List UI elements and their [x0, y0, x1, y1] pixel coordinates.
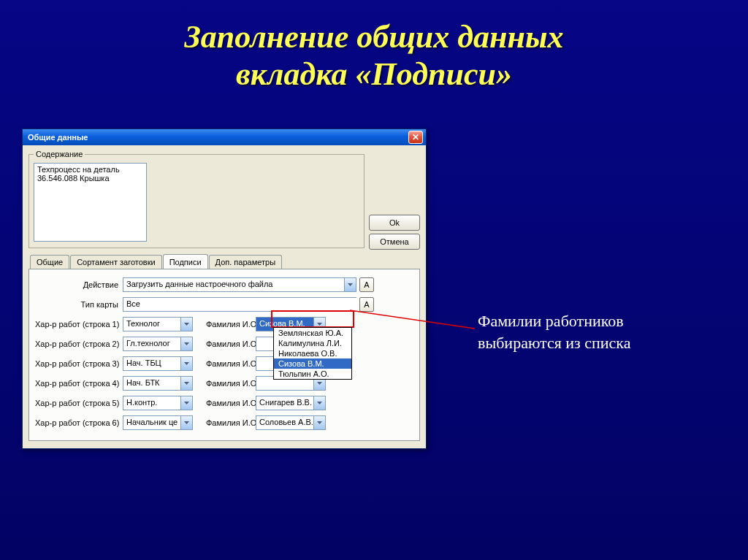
tab-common[interactable]: Общие — [30, 255, 69, 269]
cardtype-label: Тип карты — [35, 300, 123, 309]
chevron-down-icon[interactable] — [313, 396, 325, 410]
slide-title: Заполнение общих данных вкладка «Подписи… — [0, 19, 748, 93]
role-label: Хар-р работ (строка 2) — [35, 340, 123, 348]
dropdown-option[interactable]: Тюльпин А.О. — [274, 369, 351, 379]
surname-label: Фамилия И.О. — [193, 320, 256, 329]
cancel-button[interactable]: Отмена — [369, 234, 420, 250]
cardtype-value: Все — [123, 298, 356, 311]
role-label: Хар-р работ (строка 6) — [35, 418, 123, 427]
dropdown-option[interactable]: Сизова В.М. — [274, 358, 351, 369]
role-label: Хар-р работ (строка 3) — [35, 359, 123, 368]
signature-row: Хар-р работ (строка 4)Нач. БТКФамилия И.… — [35, 375, 413, 391]
role-combo[interactable]: Начальник це — [123, 415, 193, 430]
tabstrip: Общие Сортамент заготовки Подписи Доп. п… — [28, 254, 420, 269]
surname-value: Соловьев А.В. — [256, 416, 313, 429]
role-value: Начальник це — [123, 416, 180, 429]
action-combo[interactable]: Загрузить данные настроечного файла — [123, 277, 356, 292]
role-value: Нач. БТК — [123, 377, 180, 390]
signature-row: Хар-р работ (строка 6)Начальник цеФамили… — [35, 415, 413, 431]
slide-title-line1: Заполнение общих данных — [184, 19, 563, 55]
ok-button[interactable]: Ok — [369, 215, 420, 231]
role-value: Гл.технолог — [123, 337, 180, 350]
dropdown-option[interactable]: Николаева О.В. — [274, 348, 351, 358]
signature-row: Хар-р работ (строка 1)ТехнологФамилия И.… — [35, 316, 413, 332]
role-value: Н.контр. — [123, 396, 180, 410]
role-value: Технолог — [123, 318, 180, 331]
chevron-down-icon[interactable] — [313, 416, 325, 429]
chevron-down-icon[interactable] — [180, 416, 192, 429]
chevron-down-icon[interactable] — [344, 278, 356, 291]
window-title: Общие данные — [26, 133, 408, 142]
surname-combo[interactable]: Соловьев А.В. — [256, 415, 326, 430]
tab-signatures[interactable]: Подписи — [163, 254, 208, 269]
tab-panel-signatures: Действие Загрузить данные настроечного ф… — [28, 269, 420, 441]
signature-row: Хар-р работ (строка 5)Н.контр.Фамилия И.… — [35, 395, 413, 411]
signature-row: Хар-р работ (строка 3)Нач. ТБЦФамилия И.… — [35, 356, 413, 372]
cardtype-a-button[interactable]: А — [359, 297, 374, 312]
action-label: Действие — [35, 280, 123, 289]
role-combo[interactable]: Н.контр. — [123, 396, 193, 410]
surname-label: Фамилия И.О. — [193, 399, 256, 407]
contents-groupbox: Содержание — [28, 150, 365, 248]
role-combo[interactable]: Технолог — [123, 317, 193, 331]
slide-title-line2: вкладка «Подписи» — [236, 56, 512, 92]
surname-value: Снигарев В.В. — [256, 396, 313, 410]
chevron-down-icon[interactable] — [180, 357, 192, 370]
signature-row: Хар-р работ (строка 2)Гл.технологФамилия… — [35, 336, 413, 352]
cardtype-combo[interactable]: Все — [123, 297, 356, 312]
chevron-down-icon[interactable] — [180, 318, 192, 331]
role-combo[interactable]: Нач. ТБЦ — [123, 356, 193, 371]
callout-text: Фамилии работников выбираются из списка — [478, 310, 630, 353]
dropdown-option[interactable]: Землянская Ю.А. — [274, 328, 351, 338]
general-data-dialog: Общие данные ✕ Содержание Ok Отмена Общи… — [22, 129, 427, 449]
role-label: Хар-р работ (строка 5) — [35, 399, 123, 407]
titlebar[interactable]: Общие данные ✕ — [23, 129, 426, 145]
tab-blank-assortment[interactable]: Сортамент заготовки — [70, 255, 161, 269]
surname-label: Фамилия И.О. — [193, 359, 256, 368]
tab-extra-params[interactable]: Доп. параметры — [209, 255, 282, 269]
contents-legend: Содержание — [34, 150, 85, 158]
action-a-button[interactable]: А — [359, 277, 374, 292]
close-button[interactable]: ✕ — [408, 131, 423, 144]
surname-label: Фамилия И.О. — [193, 418, 256, 427]
callout-line1: Фамилии работников — [478, 312, 624, 330]
surname-combo[interactable]: Снигарев В.В. — [256, 396, 326, 410]
callout-line2: выбираются из списка — [478, 334, 630, 352]
surname-label: Фамилия И.О. — [193, 340, 256, 348]
role-value: Нач. ТБЦ — [123, 357, 180, 370]
chevron-down-icon[interactable] — [180, 396, 192, 410]
close-icon: ✕ — [412, 132, 419, 142]
role-combo[interactable]: Нач. БТК — [123, 376, 193, 391]
contents-textarea[interactable] — [34, 163, 147, 242]
action-value: Загрузить данные настроечного файла — [123, 278, 344, 291]
surname-label: Фамилия И.О. — [193, 379, 256, 388]
surname-dropdown-list[interactable]: Землянская Ю.А.Калимулина Л.И.Николаева … — [273, 327, 352, 380]
role-label: Хар-р работ (строка 4) — [35, 379, 123, 388]
chevron-down-icon[interactable] — [180, 337, 192, 350]
chevron-down-icon[interactable] — [180, 377, 192, 390]
dropdown-option[interactable]: Калимулина Л.И. — [274, 338, 351, 348]
role-label: Хар-р работ (строка 1) — [35, 320, 123, 329]
dialog-body: Содержание Ok Отмена Общие Сортамент заг… — [23, 145, 426, 448]
role-combo[interactable]: Гл.технолог — [123, 337, 193, 351]
